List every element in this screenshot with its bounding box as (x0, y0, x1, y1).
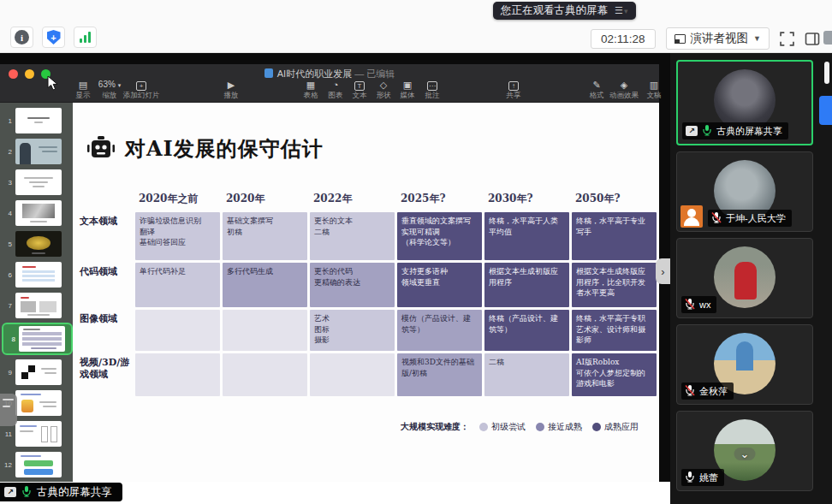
top-toolbar: i + 您正在观看古典的屏幕 ☰▾ 02:11:28 演讲者视图 ▼ (0, 0, 832, 53)
info-icon: i (15, 30, 29, 44)
mic-muted-icon (685, 384, 695, 398)
keynote-play-button[interactable]: ▶播放 (211, 79, 252, 100)
watching-banner: 您正在观看古典的屏幕 ☰▾ (493, 2, 636, 20)
overlay-fragment (0, 394, 17, 426)
participant-name: 于坤-人民大学 (726, 212, 786, 225)
slide-thumb-preview[interactable] (15, 359, 62, 385)
slide-thumb-preview[interactable] (15, 262, 62, 288)
slide-thumb-preview[interactable] (15, 169, 62, 195)
chevron-down-icon[interactable]: ⌄ (734, 448, 756, 460)
table-row-label: 视频/3D/游戏领域 (80, 353, 133, 396)
slide-number: 7 (0, 302, 15, 310)
participant-nametag: 金秋萍 (681, 382, 734, 400)
table-row-label: 图像领域 (80, 310, 133, 351)
slide-number: 4 (0, 210, 15, 217)
table-cell: 模仿（产品设计、建筑等） (397, 310, 482, 351)
slide-number: 8 (3, 335, 19, 343)
table-cell: 基础文案撰写 初稿 (223, 212, 307, 260)
participant-nametag: 姚蕾 (681, 469, 724, 486)
table-cell: 根据文本生成初版应用程序 (484, 263, 569, 307)
slide-thumb-preview[interactable] (15, 390, 62, 416)
meeting-timer: 02:11:28 (591, 29, 656, 49)
panel-collapse-handle[interactable]: › (656, 258, 670, 284)
participant-name: 古典的屏幕共享 (716, 125, 782, 138)
keynote-collaborate-button[interactable]: ↑共享 (493, 79, 534, 100)
slide-thumbnail-1[interactable]: 1 (0, 107, 73, 134)
watching-banner-text: 您正在观看古典的屏幕 (501, 3, 608, 18)
slide-thumbnail-8[interactable]: 8 (2, 323, 73, 355)
table-cell: AI版Roblox 可依个人梦想定制的游戏和电影 (572, 353, 657, 396)
table-column-header: 2022年 (310, 190, 395, 210)
slide-thumbnail-4[interactable]: 4 (0, 199, 73, 227)
legend-dot-icon (479, 423, 488, 431)
screen-share-label: ↗ 古典的屏幕共享 (0, 483, 122, 501)
slide-thumb-preview[interactable] (15, 231, 62, 257)
avatar (714, 246, 776, 308)
slide-thumbnail-9[interactable]: 9 (0, 359, 73, 386)
participant-nametag: 于坤-人民大学 (708, 210, 792, 227)
participant-tile[interactable]: 于坤-人民大学 (676, 151, 813, 232)
table-cell: 单行代码补足 (135, 263, 220, 307)
view-mode-button[interactable]: 演讲者视图 ▼ (666, 27, 770, 50)
slide-thumb-preview[interactable] (15, 452, 62, 477)
banner-menu-icon[interactable]: ☰▾ (615, 5, 628, 16)
meeting-window: i + 您正在观看古典的屏幕 ☰▾ 02:11:28 演讲者视图 ▼ AI时代的… (0, 0, 832, 504)
participant-nametag: ↗古典的屏幕共享 (682, 122, 788, 139)
difficulty-legend: 大规模实现难度： 初级尝试接近成熟成熟应用 (401, 421, 639, 433)
keynote-add-slide-button[interactable]: +添加幻灯片 (117, 79, 165, 100)
connection-signal-icon (80, 32, 91, 43)
security-button[interactable]: + (42, 27, 65, 48)
screen-share-icon: ↗ (4, 487, 16, 497)
comment-icon: ⋯ (427, 81, 437, 91)
robot-icon (86, 135, 116, 163)
slide-thumbnail-12[interactable]: 12 (0, 451, 73, 478)
ai-estimate-table: 2020年之前2020年2022年2025年?2030年?2050年?文本领域诈… (80, 190, 657, 396)
chevron-down-icon: ▼ (753, 34, 761, 43)
table-cell: 视频和3D文件的基础版/初稿 (397, 353, 482, 396)
slide-thumb-preview[interactable] (15, 139, 62, 164)
chat-button-cutoff[interactable] (823, 31, 832, 44)
table-column-header: 2020年 (223, 190, 307, 210)
slide-thumb-preview[interactable] (15, 108, 62, 133)
participant-tile[interactable]: ⌄姚蕾 (676, 411, 813, 491)
slide-thumb-preview[interactable] (15, 293, 62, 318)
meeting-info-button[interactable]: i (10, 27, 33, 48)
slide-thumbnail-6[interactable]: 6 (0, 261, 73, 288)
side-panel-button[interactable] (805, 32, 820, 46)
slide-thumbnail-5[interactable]: 5 (0, 230, 73, 258)
slide-thumb-preview[interactable] (15, 421, 62, 447)
slide-thumb-preview[interactable] (19, 326, 65, 352)
connection-stats-button[interactable] (74, 27, 97, 48)
mic-green-icon (21, 485, 32, 500)
slide-thumbnail-2[interactable]: 2 (0, 138, 73, 165)
keynote-document-button[interactable]: ▥文稿 (633, 79, 675, 100)
share-label-text: 古典的屏幕共享 (37, 485, 112, 500)
legend-dot-icon (536, 423, 544, 431)
table-cell (310, 353, 395, 396)
keynote-doc-icon (264, 68, 273, 78)
participant-name: wx (699, 299, 710, 310)
table-cell: 更长的文本 二稿 (310, 212, 395, 260)
panel-scrollbar[interactable] (824, 62, 829, 84)
slide-thumb-preview[interactable] (15, 200, 62, 226)
slide-number: 9 (0, 369, 15, 377)
participant-tile[interactable]: ↗古典的屏幕共享 (676, 60, 813, 145)
participant-tile[interactable]: 金秋萍 (676, 324, 813, 405)
shared-screen: AI时代的职业发展 — 已编辑 ▤显示 63% ▾缩放 +添加幻灯片 ▶播放 ▦… (0, 53, 670, 482)
keynote-comment-button[interactable]: ⋯批注 (412, 79, 453, 100)
slide-number: 3 (0, 179, 15, 187)
slide-thumbnail-3[interactable]: 3 (0, 169, 73, 196)
fullscreen-button[interactable] (780, 32, 794, 46)
blue-edge-element[interactable] (819, 96, 832, 125)
mic-muted-icon (685, 298, 695, 311)
slide-thumbnail-7[interactable]: 7 (0, 292, 73, 319)
participant-name: 姚蕾 (699, 471, 718, 484)
table-cell: 终稿，水平高于人类平均值 (484, 212, 569, 260)
slide-number: 2 (0, 148, 15, 156)
legend-item: 初级尝试 (479, 421, 526, 433)
participant-tile[interactable]: wx (676, 238, 813, 318)
table-cell (223, 310, 307, 351)
table-cell: 终稿，水平高于专业写手 (572, 212, 657, 260)
table-column-header: 2030年? (484, 190, 569, 210)
table-cell (135, 353, 220, 396)
